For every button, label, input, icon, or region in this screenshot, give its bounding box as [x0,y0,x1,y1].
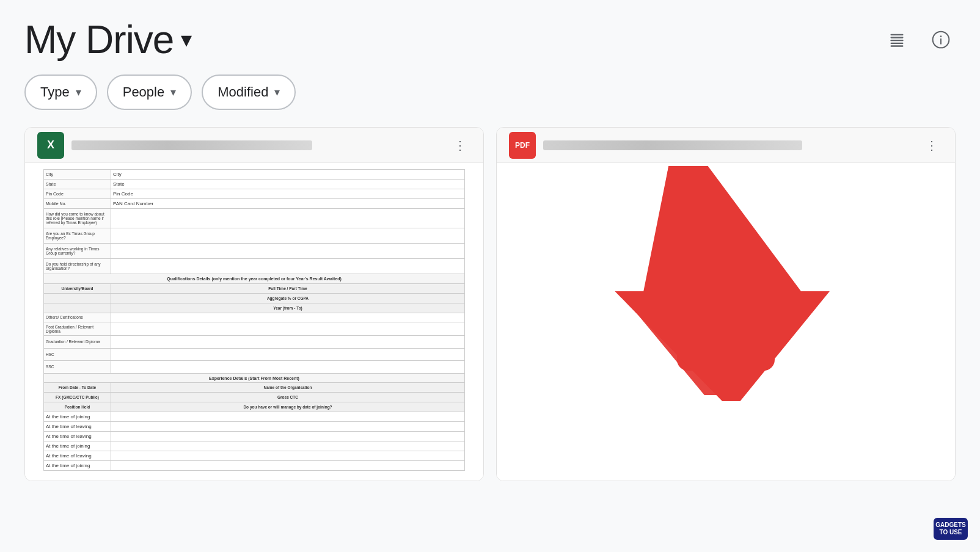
list-view-button[interactable] [882,25,912,54]
type-filter-label: Type [40,84,70,100]
type-filter-button[interactable]: Type ▾ [24,74,97,110]
svg-rect-4 [891,45,904,46]
info-button[interactable] [926,25,956,54]
svg-rect-0 [891,34,904,35]
people-filter-label: People [123,84,165,100]
excel-card-header: X ⋮ [25,128,483,163]
modified-filter-label: Modified [218,84,268,100]
title-dropdown-arrow[interactable]: ▾ [181,27,192,53]
svg-rect-3 [891,43,904,44]
pdf-header-icon: PDF [509,132,536,159]
pdf-large-icon: PDF [677,273,775,371]
filter-bar: Type ▾ People ▾ Modified ▾ [0,74,980,127]
excel-more-button[interactable]: ⋮ [449,134,471,156]
page-header: My Drive ▾ [0,0,980,74]
type-filter-chevron: ▾ [76,85,81,99]
pdf-file-name-area [543,140,913,150]
excel-file-name-blurred [71,140,312,150]
watermark-logo: GADGETS TO USE [934,518,968,540]
header-icons [882,25,956,54]
list-view-icon [888,31,905,48]
modified-filter-chevron: ▾ [274,85,280,99]
excel-icon: X [37,132,64,159]
svg-rect-2 [891,40,904,41]
files-grid: X ⋮ City City State State [0,127,980,481]
excel-file-card[interactable]: X ⋮ City City State State [24,127,484,481]
excel-file-preview: City City State State Pin Code Pin Code … [25,163,483,481]
pdf-file-card[interactable]: PDF ⋮ PDF [496,127,956,481]
page-title: My Drive [24,17,174,62]
info-icon [931,30,951,49]
pdf-file-name-blurred [543,140,802,150]
people-filter-chevron: ▾ [170,85,176,99]
watermark-text: GADGETS TO USE [935,521,965,536]
svg-rect-1 [891,37,904,38]
pdf-file-preview: PDF [497,163,955,481]
excel-preview-table: City City State State Pin Code Pin Code … [43,169,465,471]
people-filter-button[interactable]: People ▾ [107,74,192,110]
pdf-more-button[interactable]: ⋮ [921,134,943,156]
modified-filter-button[interactable]: Modified ▾ [202,74,296,110]
pdf-card-header: PDF ⋮ [497,128,955,163]
title-area: My Drive ▾ [24,17,192,62]
excel-file-name-area [71,140,442,150]
